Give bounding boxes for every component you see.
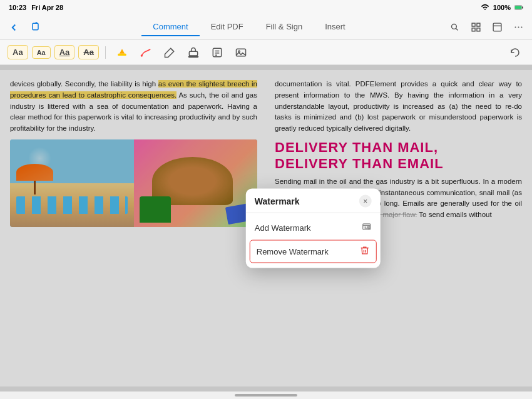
svg-rect-10	[493, 23, 501, 31]
date-display: Fri Apr 28	[31, 4, 63, 11]
text-style-underline[interactable]: Aa	[54, 45, 75, 59]
underline-draw-button[interactable]	[136, 44, 156, 61]
svg-point-16	[141, 54, 143, 56]
modal-header: Watermark ×	[246, 189, 381, 213]
close-icon: ×	[363, 197, 367, 206]
more-button[interactable]	[511, 20, 526, 35]
nav-bar: Comment Edit PDF Fill & Sign Insert	[0, 15, 532, 40]
svg-point-25	[238, 51, 240, 53]
battery-display: 100%	[493, 4, 511, 11]
tab-insert[interactable]: Insert	[314, 18, 357, 36]
bottom-bar	[0, 391, 532, 399]
image-button[interactable]	[231, 44, 251, 61]
battery-icon	[514, 3, 523, 12]
undo-button[interactable]	[506, 44, 524, 61]
text-label-1: Aa	[13, 48, 23, 57]
svg-point-14	[521, 26, 522, 28]
text-label-4: Aa	[83, 48, 94, 57]
layout-button[interactable]	[489, 20, 504, 35]
svg-rect-3	[33, 23, 38, 30]
status-right: 100%	[481, 3, 523, 12]
svg-line-17	[171, 48, 174, 51]
grid-button[interactable]	[468, 20, 483, 35]
text-label-2: Aa	[37, 49, 46, 56]
svg-rect-18	[189, 51, 197, 56]
text-label-3: Aa	[59, 48, 70, 57]
svg-rect-2	[515, 6, 522, 9]
tab-edit-pdf[interactable]: Edit PDF	[200, 18, 255, 36]
svg-rect-8	[472, 28, 475, 31]
back-button[interactable]	[6, 20, 21, 35]
svg-rect-6	[472, 23, 475, 26]
text-style-normal-2[interactable]: Aa	[32, 46, 51, 59]
nav-tabs: Comment Edit PDF Fill & Sign Insert	[51, 18, 447, 36]
search-button[interactable]	[447, 20, 462, 35]
share-button[interactable]	[29, 20, 44, 35]
time-display: 10:23	[9, 4, 26, 11]
modal-body: Add Watermark Remove Watermark	[246, 213, 381, 268]
svg-rect-19	[188, 56, 198, 57]
nav-left	[6, 20, 44, 35]
status-left: 10:23 Fri Apr 28	[9, 4, 63, 11]
wifi-icon	[481, 3, 489, 12]
svg-rect-15	[118, 53, 126, 55]
remove-watermark-item[interactable]: Remove Watermark	[250, 240, 377, 263]
status-bar: 10:23 Fri Apr 28 100%	[0, 0, 532, 15]
note-button[interactable]	[207, 44, 227, 61]
tab-comment[interactable]: Comment	[141, 18, 199, 36]
toolbar-divider-1	[105, 46, 106, 59]
highlight-button[interactable]	[112, 44, 132, 61]
delete-icon	[360, 246, 370, 258]
content-area: devices globally. Secondly, the liabilit…	[0, 65, 532, 391]
tab-fill-sign[interactable]: Fill & Sign	[255, 18, 314, 36]
svg-rect-9	[476, 28, 479, 31]
add-watermark-item[interactable]: Add Watermark	[246, 217, 381, 239]
svg-point-13	[518, 26, 519, 28]
toolbar: Aa Aa Aa Aa	[0, 40, 532, 65]
svg-point-4	[451, 24, 456, 29]
nav-right	[447, 20, 526, 35]
stamp-button[interactable]	[183, 44, 203, 61]
watermark-modal: Watermark × Add Watermark Remove Waterma…	[246, 189, 381, 268]
add-watermark-label: Add Watermark	[255, 223, 311, 233]
modal-close-button[interactable]: ×	[359, 195, 372, 208]
svg-rect-1	[522, 7, 523, 9]
svg-line-5	[456, 28, 458, 30]
modal-overlay: Watermark × Add Watermark Remove Waterma…	[0, 65, 532, 391]
pencil-button[interactable]	[160, 44, 180, 61]
home-indicator	[235, 394, 297, 396]
text-style-normal-1[interactable]: Aa	[8, 45, 28, 59]
svg-point-12	[514, 26, 516, 28]
add-watermark-icon	[362, 222, 372, 234]
remove-watermark-label: Remove Watermark	[257, 247, 329, 256]
svg-rect-7	[476, 23, 479, 26]
modal-title: Watermark	[255, 196, 300, 206]
text-style-strikethrough[interactable]: Aa	[78, 45, 99, 59]
